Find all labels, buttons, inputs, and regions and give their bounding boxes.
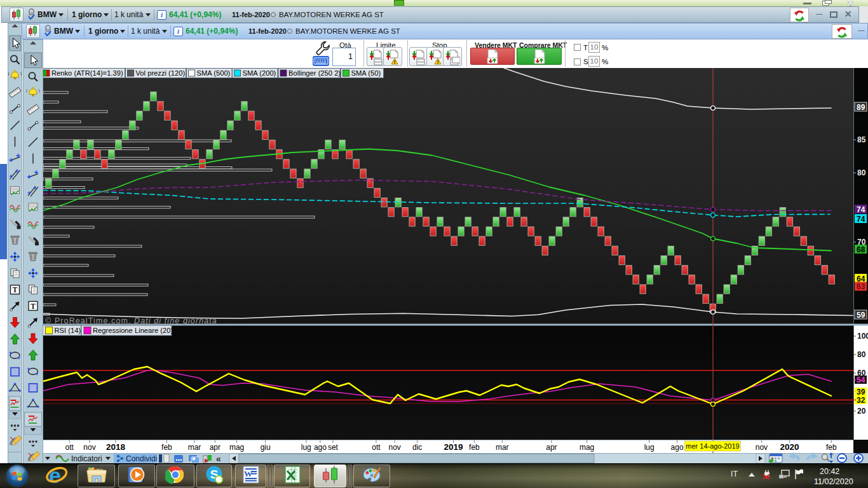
svg-text:nov: nov (83, 443, 95, 452)
svg-text:dic: dic (412, 443, 422, 452)
svg-text:89: 89 (857, 103, 865, 112)
svg-text:apr: apr (546, 443, 557, 452)
svg-text:39: 39 (857, 388, 865, 396)
svg-text:!: ! (394, 59, 396, 65)
svg-text:mar: mar (496, 443, 509, 452)
svg-text:giu: giu (261, 443, 271, 452)
svg-text:ott: ott (65, 443, 74, 452)
svg-text:mar: mar (188, 443, 201, 452)
svg-text:Condividi: Condividi (126, 454, 157, 463)
svg-text:feb: feb (161, 443, 172, 452)
svg-text:20: 20 (857, 407, 866, 416)
svg-text:Bollinger (250 2): Bollinger (250 2) (288, 69, 341, 77)
svg-text:mag: mag (229, 443, 244, 452)
svg-text:T: T (31, 302, 36, 311)
svg-text:W: W (244, 469, 252, 478)
svg-text:mer 14-ago-2019: mer 14-ago-2019 (686, 442, 739, 450)
svg-text:59: 59 (857, 311, 865, 320)
svg-text:32: 32 (857, 396, 865, 405)
svg-text:SMA (200): SMA (200) (243, 69, 276, 77)
svg-text:SMA (50): SMA (50) (351, 69, 381, 77)
svg-text:2020: 2020 (780, 442, 799, 452)
svg-text:ott: ott (372, 443, 381, 452)
svg-text:85: 85 (857, 135, 866, 144)
svg-text:68: 68 (857, 245, 865, 254)
svg-text:© ProRealTime.com. Dati di fin: © ProRealTime.com. Dati di fine giornata (45, 316, 217, 325)
svg-text:feb: feb (826, 443, 837, 452)
svg-text:2019: 2019 (444, 442, 463, 452)
svg-text:nov: nov (756, 443, 768, 452)
svg-text:«: « (216, 454, 221, 463)
svg-text:80: 80 (857, 350, 866, 359)
svg-text:SMA (500): SMA (500) (197, 69, 231, 77)
svg-text:74: 74 (857, 215, 865, 224)
svg-text:74: 74 (857, 205, 865, 214)
svg-text:54: 54 (857, 376, 865, 384)
svg-text:ago: ago (314, 443, 327, 452)
svg-text:ago: ago (671, 443, 684, 452)
svg-text:!: ! (437, 59, 439, 65)
svg-text:RSI (14): RSI (14) (55, 327, 81, 334)
svg-text:2018: 2018 (106, 442, 126, 452)
svg-text:nov: nov (389, 443, 401, 452)
svg-text:lug: lug (644, 443, 654, 452)
svg-text:80: 80 (857, 168, 866, 177)
svg-text:T: T (12, 285, 17, 294)
svg-text:100: 100 (857, 332, 868, 341)
svg-text:Renko (ATR(14)=1.39): Renko (ATR(14)=1.39) (51, 69, 123, 77)
svg-text:Indicatori: Indicatori (71, 454, 102, 463)
svg-text:set: set (328, 443, 339, 452)
svg-text:Regressione Lineare (20): Regressione Lineare (20) (93, 327, 173, 334)
svg-text:apr: apr (210, 443, 220, 452)
svg-text:Vol prezzi (120): Vol prezzi (120) (136, 69, 186, 77)
svg-text:mag: mag (580, 443, 594, 452)
svg-text:63: 63 (857, 282, 865, 291)
svg-text:feb: feb (469, 443, 480, 452)
svg-text:lug: lug (301, 443, 311, 452)
